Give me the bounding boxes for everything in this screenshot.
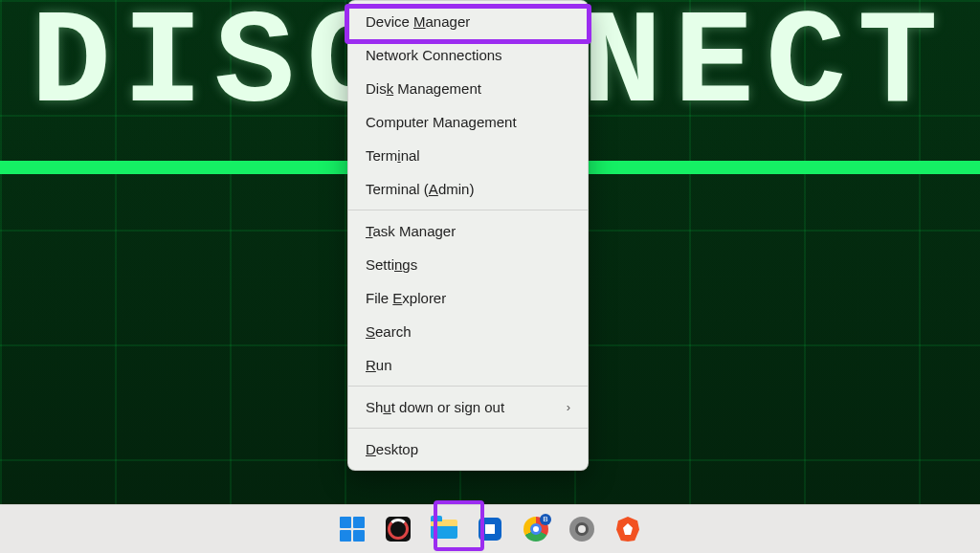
winx-menu-item-label: Terminal	[366, 147, 420, 164]
menu-separator	[348, 210, 588, 210]
windows-start-icon	[340, 517, 365, 542]
start-button[interactable]	[336, 513, 368, 545]
microsoft-store-icon	[479, 518, 501, 541]
winx-menu-item[interactable]: File Explorer	[348, 281, 588, 315]
taskbar-app-settings[interactable]	[566, 513, 598, 545]
winx-menu-item[interactable]: Disk Management	[348, 72, 588, 105]
winx-context-menu: Device ManagerNetwork ConnectionsDisk Ma…	[347, 0, 589, 471]
winx-menu-item[interactable]: Network Connections	[348, 38, 588, 72]
winx-menu-item[interactable]: Device Manager	[348, 5, 588, 38]
settings-gear-icon	[569, 517, 594, 542]
menu-separator	[348, 428, 588, 429]
taskbar-app-powertoys[interactable]	[382, 513, 414, 545]
winx-menu-item[interactable]: Desktop	[348, 432, 588, 466]
chrome-icon: B	[523, 517, 548, 542]
powertoys-icon	[386, 517, 411, 542]
winx-menu-item-label: Computer Management	[366, 114, 517, 130]
brave-icon	[616, 517, 639, 542]
winx-menu-item-label: Shut down or sign out	[366, 399, 504, 415]
winx-menu-item-label: Disk Management	[366, 80, 481, 97]
winx-menu-item[interactable]: Shut down or sign out›	[348, 390, 588, 424]
winx-menu-item[interactable]: Computer Management	[348, 105, 588, 139]
winx-menu-item-label: Run	[366, 357, 392, 373]
winx-menu-item[interactable]: Terminal (Admin)	[348, 172, 588, 206]
winx-menu-item-label: Search	[366, 323, 412, 340]
chrome-badge: B	[540, 514, 551, 525]
winx-menu-item-label: Settings	[366, 256, 417, 273]
winx-menu-item[interactable]: Terminal	[348, 139, 588, 172]
winx-menu-item-label: Network Connections	[366, 47, 502, 63]
winx-menu-item[interactable]: Run	[348, 348, 588, 382]
winx-menu-item[interactable]: Task Manager	[348, 214, 588, 248]
file-explorer-icon	[431, 520, 457, 539]
menu-separator	[348, 386, 588, 387]
winx-menu-item-label: Terminal (Admin)	[366, 181, 474, 197]
taskbar: B	[0, 504, 980, 553]
winx-menu-item-label: Desktop	[366, 441, 418, 457]
winx-menu-item[interactable]: Settings	[348, 248, 588, 281]
taskbar-app-brave[interactable]	[612, 513, 644, 545]
taskbar-app-chrome[interactable]: B	[520, 513, 552, 545]
taskbar-app-microsoft-store[interactable]	[474, 513, 506, 545]
winx-menu-item-label: Task Manager	[366, 223, 456, 239]
winx-menu-item-label: File Explorer	[366, 290, 446, 306]
taskbar-app-file-explorer[interactable]	[428, 513, 460, 545]
chevron-right-icon: ›	[567, 400, 570, 414]
winx-menu-item-label: Device Manager	[366, 13, 470, 30]
winx-menu-item[interactable]: Search	[348, 315, 588, 348]
